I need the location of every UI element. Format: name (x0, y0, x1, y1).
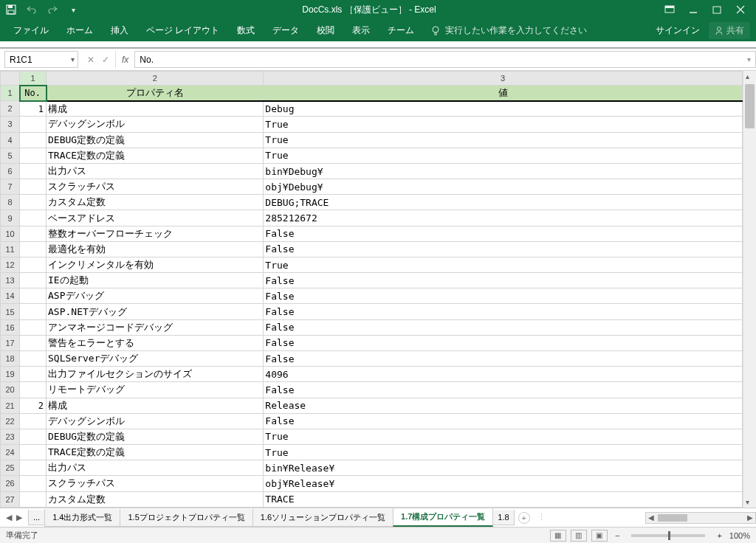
cell[interactable]: bin¥Release¥ (264, 460, 743, 476)
cell[interactable]: 4096 (264, 367, 743, 382)
cell[interactable] (20, 195, 47, 210)
cell[interactable]: 値 (264, 86, 743, 101)
cell[interactable] (20, 226, 47, 241)
row-header[interactable]: 26 (1, 476, 20, 491)
sheet-tab-overflow-prev[interactable]: ... (28, 510, 45, 525)
cell[interactable] (20, 132, 47, 148)
qat-dropdown-icon[interactable]: ▾ (66, 3, 80, 16)
row-header[interactable]: 15 (1, 304, 20, 319)
cancel-formula-icon[interactable]: ✕ (87, 55, 94, 65)
cell[interactable]: 出力パス (47, 163, 264, 179)
cell[interactable]: 構成 (47, 101, 264, 117)
zoom-out-button[interactable]: − (612, 531, 622, 540)
row-header[interactable]: 8 (1, 195, 20, 210)
cell[interactable] (20, 429, 47, 444)
cell[interactable] (20, 476, 47, 491)
cell[interactable]: obj¥Release¥ (264, 476, 743, 491)
row-header[interactable]: 23 (1, 429, 20, 444)
cell[interactable]: No. (20, 86, 47, 101)
undo-icon[interactable] (25, 3, 38, 16)
tab-file[interactable]: ファイル (6, 21, 56, 40)
cell[interactable]: アンマネージコードデバッグ (47, 319, 264, 335)
cell[interactable]: TRACE定数の定義 (47, 445, 264, 460)
row-header[interactable]: 27 (1, 491, 20, 507)
cell[interactable]: DEBUG定数の定義 (47, 429, 264, 444)
row-header[interactable]: 21 (1, 398, 20, 413)
row-header[interactable]: 9 (1, 210, 20, 226)
tab-data[interactable]: データ (265, 21, 306, 40)
redo-icon[interactable] (46, 3, 59, 16)
cell[interactable]: ASPデバッグ (47, 288, 264, 304)
cell[interactable]: False (264, 226, 743, 241)
row-header[interactable]: 1 (1, 86, 20, 101)
tab-review[interactable]: 校閲 (309, 21, 342, 40)
ribbon-options-icon[interactable] (663, 3, 676, 16)
cell[interactable]: False (264, 241, 743, 257)
vertical-scrollbar[interactable] (743, 71, 756, 508)
view-normal-icon[interactable]: ▦ (550, 530, 566, 542)
cell[interactable]: 2 (20, 398, 47, 413)
cell[interactable]: スクラッチパス (47, 476, 264, 491)
formula-input[interactable]: No. (134, 51, 756, 68)
fx-icon[interactable]: fx (116, 55, 134, 65)
cell[interactable]: False (264, 273, 743, 288)
cell[interactable]: 警告をエラーとする (47, 335, 264, 350)
cell[interactable]: True (264, 148, 743, 163)
cell[interactable]: SQLServerデバッグ (47, 350, 264, 366)
zoom-slider[interactable] (631, 534, 705, 537)
cell[interactable]: bin¥Debug¥ (264, 163, 743, 179)
cell[interactable] (20, 367, 47, 382)
cell[interactable]: False (264, 319, 743, 335)
cell[interactable] (20, 210, 47, 226)
minimize-icon[interactable] (687, 3, 700, 16)
maximize-icon[interactable] (710, 3, 724, 16)
horizontal-scrollbar[interactable]: ◀▶ (645, 512, 756, 524)
cell[interactable]: True (264, 429, 743, 444)
cell[interactable]: False (264, 413, 743, 429)
cell[interactable]: リモートデバッグ (47, 382, 264, 398)
tab-nav-next-icon[interactable]: ▶ (15, 513, 24, 522)
cell[interactable]: DEBUG定数の定義 (47, 132, 264, 148)
cell[interactable]: obj¥Debug¥ (264, 179, 743, 195)
cell[interactable] (20, 273, 47, 288)
sheet-tab-overflow-next[interactable]: 1.8 (492, 510, 514, 525)
row-header[interactable]: 20 (1, 382, 20, 398)
share-button[interactable]: 共有 (709, 22, 750, 39)
col-header-3[interactable]: 3 (264, 72, 743, 86)
cell[interactable]: ベースアドレス (47, 210, 264, 226)
cell[interactable]: False (264, 382, 743, 398)
cell[interactable]: デバッグシンボル (47, 413, 264, 429)
row-header[interactable]: 5 (1, 148, 20, 163)
row-header[interactable]: 17 (1, 335, 20, 350)
close-icon[interactable] (734, 3, 747, 16)
cell[interactable] (20, 319, 47, 335)
cell[interactable]: False (264, 335, 743, 350)
row-header[interactable]: 4 (1, 132, 20, 148)
row-header[interactable]: 18 (1, 350, 20, 366)
row-header[interactable]: 24 (1, 445, 20, 460)
save-icon[interactable] (4, 3, 18, 16)
cell[interactable] (20, 445, 47, 460)
cell[interactable]: TRACE (264, 491, 743, 507)
cell[interactable] (20, 350, 47, 366)
cell[interactable] (20, 241, 47, 257)
cell[interactable]: カスタム定数 (47, 491, 264, 507)
row-header[interactable]: 16 (1, 319, 20, 335)
cell[interactable] (20, 491, 47, 507)
row-header[interactable]: 7 (1, 179, 20, 195)
cell[interactable]: 構成 (47, 398, 264, 413)
row-header[interactable]: 12 (1, 257, 20, 272)
row-header[interactable]: 25 (1, 460, 20, 476)
row-header[interactable]: 2 (1, 101, 20, 117)
row-header[interactable]: 22 (1, 413, 20, 429)
row-header[interactable]: 3 (1, 117, 20, 132)
tab-home[interactable]: ホーム (59, 21, 100, 40)
cell[interactable]: Debug (264, 101, 743, 117)
cell[interactable]: プロパティ名 (47, 86, 264, 101)
view-pagebreak-icon[interactable]: ▣ (591, 530, 608, 542)
cell[interactable]: False (264, 304, 743, 319)
new-sheet-button[interactable]: + (518, 512, 530, 524)
cell[interactable] (20, 335, 47, 350)
tell-me[interactable]: 実行したい作業を入力してください (430, 24, 587, 37)
cell[interactable]: スクラッチパス (47, 179, 264, 195)
